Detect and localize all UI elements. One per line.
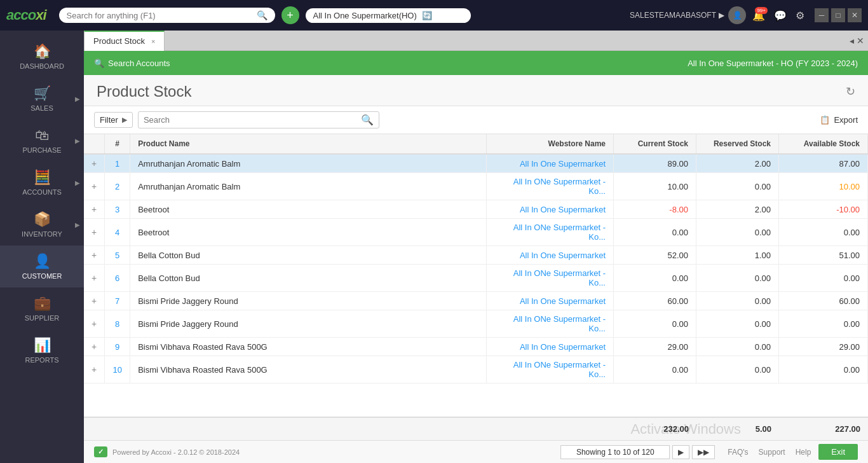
refresh-company-icon[interactable]: 🔄: [422, 11, 432, 20]
row-product-name[interactable]: Amruthanjan Aromatic Balm: [130, 173, 487, 200]
notification-badge: 99+: [755, 7, 768, 14]
exit-button[interactable]: Exit: [818, 444, 858, 460]
global-search-bar[interactable]: 🔍: [59, 8, 275, 23]
row-product-name[interactable]: Bella Cotton Bud: [130, 265, 487, 292]
export-button[interactable]: 📋 Export: [820, 115, 858, 125]
row-webstore: All In ONe Supermarket - Ko...: [487, 356, 614, 384]
row-product-name[interactable]: Bismi Vibhava Roasted Rava 500G: [130, 356, 487, 384]
row-webstore: All In ONe Supermarket - Ko...: [487, 173, 614, 200]
row-expand-icon[interactable]: +: [84, 200, 105, 219]
tab-close-icon[interactable]: ×: [151, 38, 155, 45]
powered-by-text: Powered by Accoxi - 2.0.12 © 2018-2024: [112, 448, 240, 456]
inventory-icon: 📦: [34, 211, 51, 228]
sidebar-item-customer[interactable]: 👤 CUSTOMER: [0, 245, 84, 287]
faqs-link[interactable]: FAQ's: [728, 448, 748, 457]
purchase-icon: 🛍: [35, 127, 49, 144]
company-name: All In One Supermarket(HO): [313, 11, 417, 20]
table-row[interactable]: + 9 Bismi Vibhava Roasted Rava 500G All …: [84, 338, 868, 356]
row-product-name[interactable]: Bismi Vibhava Roasted Rava 500G: [130, 338, 487, 356]
row-num: 7: [105, 292, 130, 310]
row-product-name[interactable]: Bismi Pride Jaggery Round: [130, 292, 487, 310]
row-expand-icon[interactable]: +: [84, 173, 105, 200]
pagination-last-button[interactable]: ▶▶: [692, 445, 715, 459]
row-available-stock: 0.00: [779, 265, 868, 292]
row-webstore: All In One Supermarket: [487, 246, 614, 265]
filter-button[interactable]: Filter ▶: [94, 112, 133, 128]
row-product-name[interactable]: Beetroot: [130, 200, 487, 219]
row-available-stock: 0.00: [779, 310, 868, 338]
customer-icon: 👤: [34, 253, 51, 270]
table-row[interactable]: + 10 Bismi Vibhava Roasted Rava 500G All…: [84, 356, 868, 384]
search-icon: 🔍: [257, 10, 268, 20]
row-num: 6: [105, 265, 130, 292]
row-available-stock: 10.00: [779, 173, 868, 200]
row-webstore: All In ONe Supermarket - Ko...: [487, 310, 614, 338]
refresh-page-button[interactable]: ↻: [846, 85, 855, 99]
sidebar-item-purchase[interactable]: 🛍 PURCHASE ▶: [0, 120, 84, 162]
row-expand-icon[interactable]: +: [84, 310, 105, 338]
table-row[interactable]: + 4 Beetroot All In ONe Supermarket - Ko…: [84, 219, 868, 246]
dashboard-icon: 🏠: [34, 43, 51, 60]
table-row[interactable]: + 2 Amruthanjan Aromatic Balm All In ONe…: [84, 173, 868, 200]
row-expand-icon[interactable]: +: [84, 265, 105, 292]
search-input[interactable]: [144, 115, 361, 125]
row-expand-icon[interactable]: +: [84, 338, 105, 356]
row-expand-icon[interactable]: +: [84, 292, 105, 310]
row-available-stock: 0.00: [779, 219, 868, 246]
help-link[interactable]: Help: [796, 448, 811, 457]
row-expand-icon[interactable]: +: [84, 154, 105, 173]
table-row[interactable]: + 7 Bismi Pride Jaggery Round All In One…: [84, 292, 868, 310]
maximize-button[interactable]: □: [831, 8, 845, 22]
global-search-input[interactable]: [67, 11, 253, 20]
row-num: 5: [105, 246, 130, 265]
tab-close-all-icon[interactable]: ✕: [857, 36, 864, 46]
tab-bar: Product Stock × ◂ ✕: [84, 31, 868, 51]
company-info-label: All In One Supermarket - HO (FY 2023 - 2…: [688, 59, 858, 68]
notification-bell-button[interactable]: 🔔 99+: [750, 7, 768, 24]
row-expand-icon[interactable]: +: [84, 219, 105, 246]
page-title: Product Stock: [97, 83, 191, 100]
tab-product-stock[interactable]: Product Stock ×: [84, 31, 165, 51]
row-available-stock: 0.00: [779, 356, 868, 384]
sidebar-item-reports[interactable]: 📊 REPORTS: [0, 329, 84, 371]
company-selector[interactable]: All In One Supermarket(HO) 🔄: [306, 8, 471, 23]
row-available-stock: -10.00: [779, 200, 868, 219]
pagination-input[interactable]: [560, 445, 670, 459]
sidebar-item-supplier[interactable]: 💼 SUPPLIER: [0, 287, 84, 329]
support-link[interactable]: Support: [759, 448, 785, 457]
row-product-name[interactable]: Amruthanjan Aromatic Balm: [130, 154, 487, 173]
row-reserved-stock: 0.00: [696, 173, 779, 200]
table-row[interactable]: + 3 Beetroot All In One Supermarket -8.0…: [84, 200, 868, 219]
sidebar-item-sales[interactable]: 🛒 SALES ▶: [0, 78, 84, 120]
sidebar-item-accounts[interactable]: 🧮 ACCOUNTS ▶: [0, 162, 84, 204]
row-expand-icon[interactable]: +: [84, 356, 105, 384]
search-accounts-button[interactable]: 🔍 Search Accounts: [94, 59, 170, 68]
add-button[interactable]: +: [281, 6, 299, 24]
row-reserved-stock: 0.00: [696, 219, 779, 246]
row-num: 1: [105, 154, 130, 173]
user-info: SALESTEAMAABASOFT ▶: [630, 11, 724, 20]
tab-controls: ◂ ✕: [850, 36, 868, 46]
row-product-name[interactable]: Bella Cotton Bud: [130, 246, 487, 265]
sidebar-item-dashboard[interactable]: 🏠 DASHBOARD: [0, 36, 84, 78]
settings-button[interactable]: ⚙: [793, 7, 807, 24]
sidebar-item-inventory[interactable]: 📦 INVENTORY ▶: [0, 204, 84, 245]
table-row[interactable]: + 6 Bella Cotton Bud All In ONe Supermar…: [84, 265, 868, 292]
export-icon: 📋: [820, 115, 830, 125]
avatar[interactable]: 👤: [728, 6, 746, 24]
tab-prev-icon[interactable]: ◂: [850, 36, 854, 46]
table-row[interactable]: + 8 Bismi Pride Jaggery Round All In ONe…: [84, 310, 868, 338]
search-input-wrap[interactable]: 🔍: [138, 111, 379, 128]
pagination-next-button[interactable]: ▶: [672, 445, 689, 459]
chat-button[interactable]: 💬: [771, 7, 789, 24]
table-row[interactable]: + 5 Bella Cotton Bud All In One Supermar…: [84, 246, 868, 265]
row-webstore: All In One Supermarket: [487, 338, 614, 356]
table-row[interactable]: + 1 Amruthanjan Aromatic Balm All In One…: [84, 154, 868, 173]
row-product-name[interactable]: Bismi Pride Jaggery Round: [130, 310, 487, 338]
sidebar-label-reports: REPORTS: [25, 356, 59, 364]
minimize-button[interactable]: ─: [815, 8, 829, 22]
close-button[interactable]: ✕: [848, 8, 862, 22]
row-webstore: All In One Supermarket: [487, 154, 614, 173]
row-product-name[interactable]: Beetroot: [130, 219, 487, 246]
row-expand-icon[interactable]: +: [84, 246, 105, 265]
